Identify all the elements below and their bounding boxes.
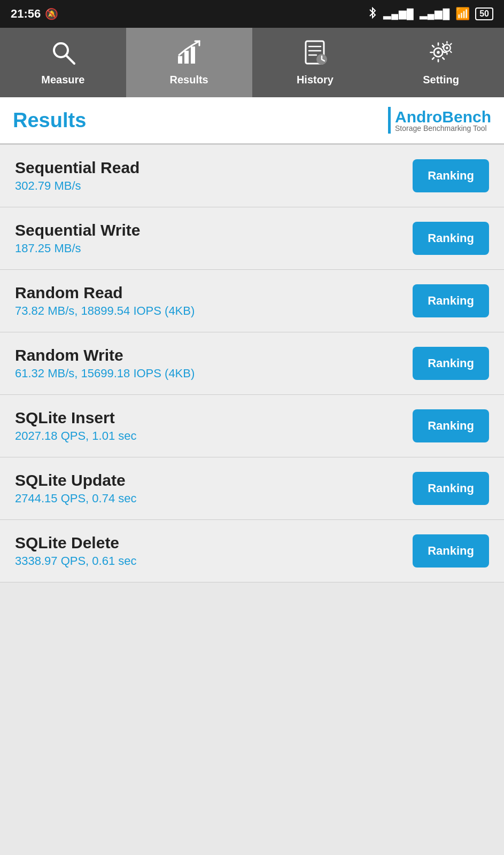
ranking-button-sqlite-insert[interactable]: Ranking xyxy=(413,409,489,442)
benchmark-info-rand-read: Random Read 73.82 MB/s, 18899.54 IOPS (4… xyxy=(15,284,195,318)
svg-point-13 xyxy=(446,47,448,50)
brand-name-second: Bench xyxy=(442,108,491,126)
benchmark-value-sqlite-delete: 3338.97 QPS, 0.61 sec xyxy=(15,554,137,568)
ranking-button-seq-read[interactable]: Ranking xyxy=(413,159,489,192)
time-display: 21:56 xyxy=(11,7,41,21)
wifi-icon: 📶 xyxy=(455,7,470,21)
benchmark-list: Sequential Read 302.79 MB/s Ranking Sequ… xyxy=(0,144,504,582)
tab-measure[interactable]: Measure xyxy=(0,28,126,97)
ranking-button-rand-read[interactable]: Ranking xyxy=(413,284,489,317)
ranking-button-sqlite-update[interactable]: Ranking xyxy=(413,472,489,505)
ranking-button-rand-write[interactable]: Ranking xyxy=(413,347,489,380)
history-icon xyxy=(301,39,328,69)
benchmark-name-seq-write: Sequential Write xyxy=(15,221,141,239)
battery-display: 50 xyxy=(475,7,493,20)
tab-history[interactable]: History xyxy=(252,28,378,97)
benchmark-item-rand-read: Random Read 73.82 MB/s, 18899.54 IOPS (4… xyxy=(0,270,504,332)
benchmark-info-seq-write: Sequential Write 187.25 MB/s xyxy=(15,221,141,255)
page-title: Results xyxy=(13,109,86,132)
tab-results[interactable]: Results xyxy=(126,28,252,97)
results-icon xyxy=(176,39,203,69)
measure-icon xyxy=(50,39,76,69)
svg-line-1 xyxy=(66,56,74,64)
ranking-button-seq-write[interactable]: Ranking xyxy=(413,222,489,255)
benchmark-item-rand-write: Random Write 61.32 MB/s, 15699.18 IOPS (… xyxy=(0,332,504,395)
benchmark-value-seq-read: 302.79 MB/s xyxy=(15,179,139,193)
benchmark-value-sqlite-insert: 2027.18 QPS, 1.01 sec xyxy=(15,429,137,443)
svg-point-11 xyxy=(437,51,439,53)
benchmark-name-rand-read: Random Read xyxy=(15,284,195,302)
nav-tabs: Measure Results History xyxy=(0,28,504,97)
benchmark-item-sqlite-insert: SQLite Insert 2027.18 QPS, 1.01 sec Rank… xyxy=(0,395,504,457)
brand-bar-accent xyxy=(388,107,391,134)
tab-setting-label: Setting xyxy=(423,74,459,86)
benchmark-value-rand-read: 73.82 MB/s, 18899.54 IOPS (4KB) xyxy=(15,304,195,318)
svg-rect-4 xyxy=(191,46,195,64)
benchmark-value-rand-write: 61.32 MB/s, 15699.18 IOPS (4KB) xyxy=(15,367,195,380)
status-bar: 21:56 🔕 ▂▄▆█ ▂▄▆█ 📶 50 xyxy=(0,0,504,28)
status-right: ▂▄▆█ ▂▄▆█ 📶 50 xyxy=(367,7,493,21)
benchmark-item-sqlite-update: SQLite Update 2744.15 QPS, 0.74 sec Rank… xyxy=(0,457,504,520)
alarm-icon: 🔕 xyxy=(45,7,58,20)
benchmark-name-rand-write: Random Write xyxy=(15,346,195,364)
benchmark-name-sqlite-insert: SQLite Insert xyxy=(15,409,137,427)
tab-results-label: Results xyxy=(170,74,208,86)
benchmark-info-sqlite-update: SQLite Update 2744.15 QPS, 0.74 sec xyxy=(15,471,137,506)
benchmark-info-seq-read: Sequential Read 302.79 MB/s xyxy=(15,159,139,193)
brand-name: AndroBench xyxy=(395,108,491,126)
results-header: Results AndroBench Storage Benchmarking … xyxy=(0,97,504,144)
benchmark-name-sqlite-delete: SQLite Delete xyxy=(15,534,137,552)
settings-icon xyxy=(428,39,454,69)
signal-icon-1: ▂▄▆█ xyxy=(383,8,414,20)
brand-name-first: Andro xyxy=(395,108,442,126)
brand-subtitle: Storage Benchmarking Tool xyxy=(395,124,487,133)
brand-logo: AndroBench Storage Benchmarking Tool xyxy=(388,107,491,134)
tab-measure-label: Measure xyxy=(41,74,84,86)
benchmark-item-seq-read: Sequential Read 302.79 MB/s Ranking xyxy=(0,144,504,207)
benchmark-item-seq-write: Sequential Write 187.25 MB/s Ranking xyxy=(0,207,504,270)
benchmark-info-sqlite-insert: SQLite Insert 2027.18 QPS, 1.01 sec xyxy=(15,409,137,443)
tab-setting[interactable]: Setting xyxy=(378,28,504,97)
benchmark-info-rand-write: Random Write 61.32 MB/s, 15699.18 IOPS (… xyxy=(15,346,195,380)
benchmark-name-sqlite-update: SQLite Update xyxy=(15,471,137,489)
tab-history-label: History xyxy=(297,74,334,86)
brand-text: AndroBench Storage Benchmarking Tool xyxy=(395,108,491,133)
svg-rect-3 xyxy=(184,51,189,64)
benchmark-value-seq-write: 187.25 MB/s xyxy=(15,242,141,255)
benchmark-item-sqlite-delete: SQLite Delete 3338.97 QPS, 0.61 sec Rank… xyxy=(0,520,504,582)
bluetooth-icon xyxy=(367,7,378,21)
svg-rect-2 xyxy=(178,56,182,64)
status-left: 21:56 🔕 xyxy=(11,7,58,21)
ranking-button-sqlite-delete[interactable]: Ranking xyxy=(413,534,489,568)
benchmark-name-seq-read: Sequential Read xyxy=(15,159,139,177)
benchmark-info-sqlite-delete: SQLite Delete 3338.97 QPS, 0.61 sec xyxy=(15,534,137,568)
benchmark-value-sqlite-update: 2744.15 QPS, 0.74 sec xyxy=(15,492,137,506)
signal-icon-2: ▂▄▆█ xyxy=(420,8,451,20)
